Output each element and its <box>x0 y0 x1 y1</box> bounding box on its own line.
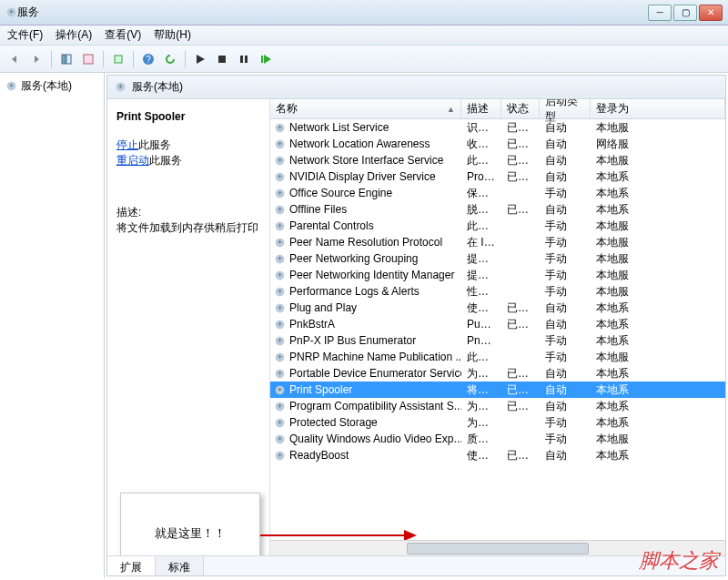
service-startup-type: 自动 <box>540 300 591 316</box>
menu-help[interactable]: 帮助(H) <box>154 27 191 43</box>
service-startup-type: 手动 <box>540 333 591 349</box>
service-row[interactable]: NVIDIA Display Driver ServiceProv...已启动自… <box>270 168 725 185</box>
restart-service-icon[interactable] <box>257 50 275 68</box>
service-icon <box>274 188 286 199</box>
col-name[interactable]: 名称 ▲ <box>270 99 461 118</box>
services-icon <box>115 81 126 93</box>
service-startup-type: 自动 <box>540 399 591 414</box>
service-startup-type: 手动 <box>540 350 591 365</box>
window-titlebar: 服务 ─ ▢ ✕ <box>0 0 728 25</box>
service-row[interactable]: Network List Service识别...已启动自动本地服 <box>270 119 725 136</box>
menu-file[interactable]: 文件(F) <box>7 27 43 43</box>
service-rows[interactable]: Network List Service识别...已启动自动本地服Network… <box>270 119 725 540</box>
back-button[interactable] <box>5 50 24 68</box>
service-description: 提供... <box>461 251 501 267</box>
help-icon[interactable]: ? <box>139 50 157 68</box>
forward-button[interactable] <box>27 50 46 68</box>
restart-service-link[interactable]: 重启动 <box>116 154 149 167</box>
service-description: 此服... <box>461 219 501 234</box>
service-name: Performance Logs & Alerts <box>289 285 420 298</box>
service-logon-as: 本地服 <box>591 284 725 300</box>
service-row[interactable]: Plug and Play使计...已启动自动本地系 <box>270 300 725 316</box>
service-startup-type: 自动 <box>540 137 591 152</box>
service-row[interactable]: Peer Name Resolution Protocol在 In...手动本地… <box>270 234 725 250</box>
service-icon <box>274 237 286 249</box>
service-icon <box>274 138 286 150</box>
tree-item-services-local[interactable]: 服务(本地) <box>4 76 100 96</box>
services-list: 名称 ▲ 描述 状态 启动类型 登录为 Network List Service… <box>269 99 725 555</box>
col-status[interactable]: 状态 <box>501 99 540 118</box>
service-row[interactable]: Office Source Engine保存...手动本地系 <box>270 185 725 201</box>
service-startup-type: 手动 <box>540 284 591 300</box>
service-name: PNRP Machine Name Publication ... <box>289 351 461 363</box>
pause-service-icon[interactable] <box>235 50 253 68</box>
service-description: 为程... <box>461 399 501 414</box>
service-name: Print Spooler <box>289 383 352 396</box>
service-logon-as: 本地服 <box>591 235 725 250</box>
service-name: Network Location Awareness <box>289 137 430 150</box>
service-icon <box>274 220 286 232</box>
service-startup-type: 自动 <box>540 153 591 168</box>
col-description[interactable]: 描述 <box>461 99 501 118</box>
svg-rect-9 <box>245 56 248 63</box>
export-icon[interactable] <box>109 50 127 68</box>
service-icon <box>274 302 286 314</box>
menu-view[interactable]: 查看(V) <box>105 27 141 43</box>
service-status: 已启动 <box>501 382 540 398</box>
service-row[interactable]: ReadyBoost使用...已启动自动本地系 <box>270 447 725 463</box>
service-row[interactable]: Parental Controls此服...手动本地服 <box>270 218 725 234</box>
maximize-button[interactable]: ▢ <box>673 5 697 21</box>
service-row[interactable]: Network Location Awareness收集...已启动自动网络服 <box>270 136 725 152</box>
service-status: 已启动 <box>501 137 540 152</box>
service-name: Program Compatibility Assistant S... <box>289 400 461 412</box>
refresh-icon[interactable] <box>161 50 179 68</box>
service-icon <box>274 122 286 134</box>
menu-action[interactable]: 操作(A) <box>56 27 92 43</box>
service-row[interactable]: Network Store Interface Service此服...已启动自… <box>270 152 725 168</box>
description-text: 将文件加载到内存供稍后打印 <box>116 220 260 236</box>
service-row[interactable]: Performance Logs & Alerts性能...手动本地服 <box>270 283 725 300</box>
stop-service-link[interactable]: 停止 <box>116 138 138 151</box>
restart-service-link-line: 重启动此服务 <box>116 153 260 168</box>
service-description: Prov... <box>461 170 501 183</box>
service-startup-type: 自动 <box>540 448 591 463</box>
show-hide-tree-icon[interactable] <box>57 50 76 68</box>
tab-extended[interactable]: 扩展 <box>107 556 156 575</box>
selected-service-name: Print Spooler <box>116 110 260 123</box>
service-row[interactable]: Protected Storage为敏...手动本地系 <box>270 414 725 431</box>
service-description: 为敏... <box>461 415 501 431</box>
service-row[interactable]: Offline Files脱机...已启动自动本地系 <box>270 201 725 218</box>
service-logon-as: 本地系 <box>591 382 725 398</box>
start-service-icon[interactable] <box>191 50 209 68</box>
view-tabs: 扩展 标准 <box>107 555 725 575</box>
service-logon-as: 本地系 <box>591 317 725 332</box>
service-logon-as: 本地系 <box>591 399 725 414</box>
service-row[interactable]: Portable Device Enumerator Service为可...已… <box>270 365 725 382</box>
service-description: Punk... <box>461 318 501 331</box>
service-status: 已启动 <box>501 366 540 382</box>
service-row[interactable]: PnP-X IP Bus EnumeratorPnP-...手动本地系 <box>270 332 725 349</box>
stop-service-icon[interactable] <box>213 50 231 68</box>
horizontal-scrollbar[interactable] <box>270 540 725 555</box>
col-logon-as[interactable]: 登录为 <box>591 99 725 118</box>
col-startup-type[interactable]: 启动类型 <box>540 99 591 118</box>
service-row[interactable]: Program Compatibility Assistant S...为程..… <box>270 398 725 414</box>
service-row[interactable]: PnkBstrAPunk...已启动自动本地系 <box>270 316 725 332</box>
service-row[interactable]: Peer Networking Identity Manager提供...手动本… <box>270 267 725 283</box>
service-logon-as: 本地系 <box>591 333 725 349</box>
close-button[interactable]: ✕ <box>699 5 723 21</box>
service-icon <box>274 253 286 265</box>
service-icon <box>274 204 286 216</box>
service-row[interactable]: Print Spooler将文...已启动自动本地系 <box>270 382 725 398</box>
service-logon-as: 本地系 <box>591 186 725 201</box>
tab-standard[interactable]: 标准 <box>156 556 204 575</box>
minimize-button[interactable]: ─ <box>648 5 672 21</box>
service-row[interactable]: Peer Networking Grouping提供...手动本地服 <box>270 250 725 267</box>
service-row[interactable]: PNRP Machine Name Publication ...此服...手动… <box>270 349 725 365</box>
scrollbar-thumb[interactable] <box>407 543 589 555</box>
service-logon-as: 本地服 <box>591 120 725 136</box>
properties-icon[interactable] <box>79 50 97 68</box>
service-row[interactable]: Quality Windows Audio Video Exp...质量...手… <box>270 431 725 447</box>
service-description: 为可... <box>461 366 501 382</box>
service-logon-as: 本地系 <box>591 366 725 382</box>
